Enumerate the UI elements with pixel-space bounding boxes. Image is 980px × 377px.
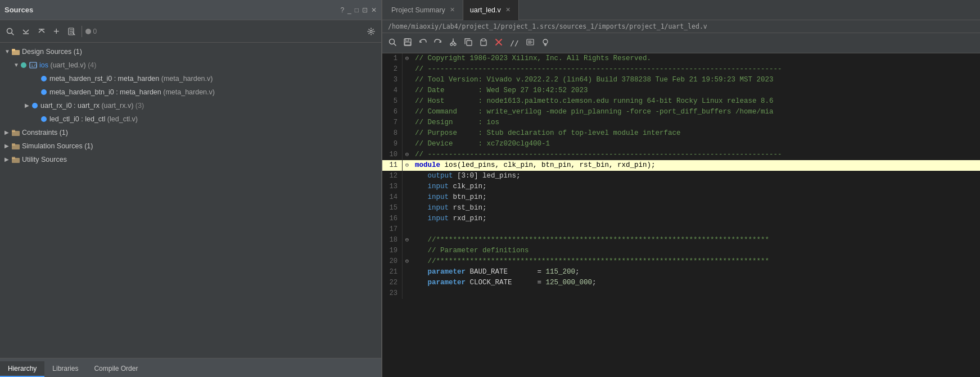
fold-15 xyxy=(403,203,412,214)
editor-paste-button[interactable] xyxy=(477,37,490,49)
design-sources-folder[interactable]: ▼ Design Sources (1) xyxy=(0,45,381,58)
close-icon[interactable]: ✕ xyxy=(371,6,377,14)
led-ctl-label: led_ctl_i0 : led_ctl (led_ctl.v) xyxy=(49,113,138,125)
editor-indent-button[interactable] xyxy=(523,37,537,49)
meta-harden-btn-item[interactable]: ▶ meta_harden_btn_i0 : meta_harden (meta… xyxy=(0,85,381,99)
code-content-12: output [3:0] led_pins; xyxy=(412,171,521,181)
uart-rx-item[interactable]: ▶ uart_rx_i0 : uart_rx (uart_rx.v) (3) xyxy=(0,99,381,112)
svg-rect-24 xyxy=(405,42,410,45)
status-count: 0 xyxy=(93,28,97,35)
add-button[interactable]: + xyxy=(51,25,62,38)
fold-9 xyxy=(403,139,412,149)
svg-text:i/o: i/o xyxy=(31,63,37,68)
editor-cut-button[interactable] xyxy=(446,37,460,49)
editor-search-button[interactable] xyxy=(386,37,399,49)
collapse-all-button[interactable] xyxy=(19,26,33,37)
editor-copy-button[interactable] xyxy=(462,37,475,49)
line-num-17: 17 xyxy=(382,224,403,235)
hierarchy-tab[interactable]: Hierarchy xyxy=(0,361,44,377)
meta-harden-rst-dot xyxy=(41,76,47,81)
svg-rect-32 xyxy=(482,39,485,41)
document-button[interactable] xyxy=(65,26,78,37)
line-num-19: 19 xyxy=(382,246,403,256)
code-line-9: 9 // Device : xc7z020clg400-1 xyxy=(382,139,980,149)
utility-sources-folder[interactable]: ▶ Utility Sources xyxy=(0,153,381,166)
panel-titlebar: Sources ? _ □ ⊡ ✕ xyxy=(0,0,381,20)
fold-11[interactable]: ⊖ xyxy=(403,160,412,171)
maximize-icon[interactable]: ⊡ xyxy=(362,6,368,14)
project-summary-tab-label: Project Summary xyxy=(391,6,445,14)
fold-4 xyxy=(403,85,412,96)
code-content-17 xyxy=(412,224,419,235)
editor-undo-button[interactable] xyxy=(416,37,430,49)
fold-7 xyxy=(403,117,412,128)
utility-chevron: ▶ xyxy=(4,155,10,164)
ios-label: ios (uart_led.v) (4) xyxy=(39,60,96,71)
search-button[interactable] xyxy=(3,26,17,37)
code-line-12: 12 output [3:0] led_pins; xyxy=(382,171,980,181)
editor-comment-button[interactable]: // xyxy=(507,37,522,49)
svg-rect-30 xyxy=(467,40,472,46)
code-line-10: 10 ⊖ // --------------------------------… xyxy=(382,149,980,160)
code-content-21: parameter BAUD_RATE = 115_200; xyxy=(412,267,580,278)
compile-order-tab[interactable]: Compile Order xyxy=(86,361,146,377)
code-content-23 xyxy=(412,288,419,299)
uart-rx-dot xyxy=(32,103,38,108)
line-num-20: 20 xyxy=(382,256,403,267)
code-content-5: // Host : node1613.palmetto.clemson.edu … xyxy=(412,96,774,107)
fold-1[interactable]: ⊖ xyxy=(403,53,412,64)
panel-title: Sources xyxy=(4,6,33,14)
ios-dot-icon xyxy=(21,62,26,68)
code-content-4: // Date : Wed Sep 27 10:42:52 2023 xyxy=(412,85,588,96)
code-content-6: // Command : write_verilog -mode pin_pla… xyxy=(412,107,774,117)
code-content-16: input rxd_pin; xyxy=(412,214,487,224)
uart-led-tab[interactable]: uart_led.v ✕ xyxy=(463,0,519,20)
code-line-5: 5 // Host : node1613.palmetto.clemson.ed… xyxy=(382,96,980,107)
code-content-10: // -------------------------------------… xyxy=(412,149,782,160)
restore-icon[interactable]: □ xyxy=(355,6,359,14)
code-editor[interactable]: 1 ⊖ // Copyright 1986-2023 Xilinx, Inc. … xyxy=(382,53,980,377)
toolbar-separator-1 xyxy=(82,26,82,37)
file-path-bar: /home/miaoxiy/Lab4/project_1/project_1.s… xyxy=(382,20,980,33)
uart-led-tab-close[interactable]: ✕ xyxy=(504,6,512,14)
editor-save-button[interactable] xyxy=(401,37,414,49)
line-num-15: 15 xyxy=(382,203,403,214)
led-ctl-item[interactable]: ▶ led_ctl_i0 : led_ctl (led_ctl.v) xyxy=(0,112,381,126)
libraries-tab[interactable]: Libraries xyxy=(44,361,86,377)
titlebar-icons: ? _ □ ⊡ ✕ xyxy=(340,6,377,14)
settings-button[interactable] xyxy=(364,26,378,37)
code-content-7: // Design : ios xyxy=(412,117,499,128)
fold-12 xyxy=(403,171,412,181)
code-line-6: 6 // Command : write_verilog -mode pin_p… xyxy=(382,107,980,117)
svg-rect-17 xyxy=(12,143,15,146)
help-icon[interactable]: ? xyxy=(340,6,344,14)
line-num-16: 16 xyxy=(382,214,403,224)
uart-led-tab-label: uart_led.v xyxy=(470,6,501,14)
ios-module[interactable]: ▼ i/o ios (uart_led.v) (4) xyxy=(0,58,381,72)
code-content-14: input btn_pin; xyxy=(412,192,487,203)
code-line-11: 11 ⊖ module ios(led_pins, clk_pin, btn_p… xyxy=(382,160,980,171)
fold-19 xyxy=(403,246,412,256)
expand-all-button[interactable] xyxy=(35,26,48,37)
simulation-chevron: ▶ xyxy=(4,142,10,151)
editor-toolbar: // xyxy=(382,33,980,53)
simulation-sources-folder[interactable]: ▶ Simulation Sources (1) xyxy=(0,139,381,153)
fold-16 xyxy=(403,214,412,224)
fold-5 xyxy=(403,96,412,107)
editor-redo-button[interactable] xyxy=(431,37,445,49)
fold-21 xyxy=(403,267,412,278)
fold-10[interactable]: ⊖ xyxy=(403,149,412,160)
fold-18[interactable]: ⊖ xyxy=(403,235,412,246)
code-content-11: module ios(led_pins, clk_pin, btn_pin, r… xyxy=(412,160,980,171)
editor-delete-button[interactable] xyxy=(492,37,505,49)
project-summary-tab[interactable]: Project Summary ✕ xyxy=(385,0,463,20)
minimize-icon[interactable]: _ xyxy=(347,6,351,14)
project-summary-tab-close[interactable]: ✕ xyxy=(449,6,456,14)
svg-point-39 xyxy=(543,39,548,44)
meta-harden-rst-item[interactable]: ▶ meta_harden_rst_i0 : meta_harden (meta… xyxy=(0,72,381,85)
code-line-15: 15 input rst_bin; xyxy=(382,203,980,214)
constraints-folder[interactable]: ▶ Constraints (1) xyxy=(0,126,381,139)
fold-20[interactable]: ⊖ xyxy=(403,256,412,267)
editor-lightbulb-button[interactable] xyxy=(539,37,552,49)
code-content-15: input rst_bin; xyxy=(412,203,487,214)
